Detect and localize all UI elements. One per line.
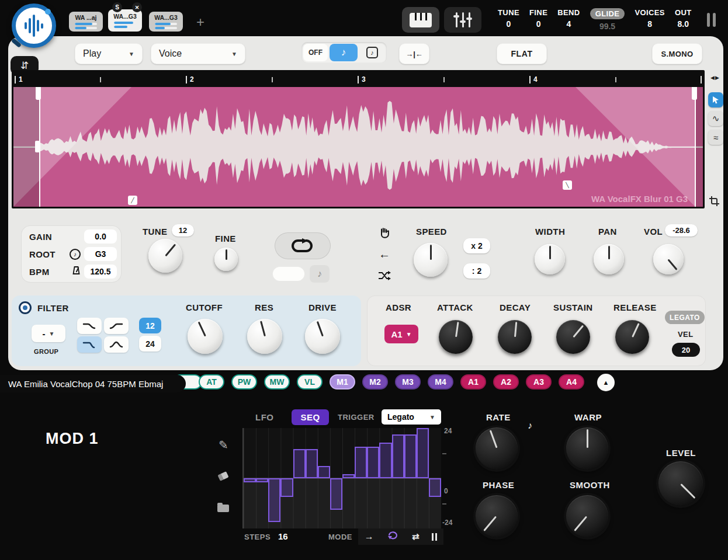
- trim-button[interactable]: →|←: [399, 43, 429, 64]
- sync-note-button-selected[interactable]: ♪: [330, 44, 358, 61]
- decay-knob[interactable]: [498, 320, 532, 354]
- seq-step[interactable]: [268, 478, 280, 522]
- seq-step[interactable]: [293, 449, 306, 478]
- mode-pingpong-button[interactable]: ⇄: [412, 531, 420, 542]
- attack-knob[interactable]: [439, 320, 473, 354]
- release-knob[interactable]: [615, 320, 649, 354]
- mod-pill-m4[interactable]: M4: [428, 374, 453, 389]
- bpm-value[interactable]: 120.5: [84, 265, 117, 279]
- seq-step[interactable]: [404, 434, 417, 478]
- mode-loop-button-selected[interactable]: [386, 531, 399, 542]
- envelope-slot-dropdown[interactable]: A1 ▼: [384, 325, 418, 343]
- seq-tab-selected[interactable]: SEQ: [292, 409, 329, 425]
- filter-type-bandpass[interactable]: [104, 336, 129, 353]
- filter-enable-toggle[interactable]: [19, 301, 32, 314]
- filter-group-dropdown[interactable]: - ▼: [32, 325, 65, 342]
- seq-step[interactable]: [392, 434, 404, 478]
- fade-in-handle[interactable]: ╱: [128, 196, 137, 205]
- sync-off-button[interactable]: OFF: [303, 44, 328, 61]
- loop-mode-button[interactable]: [275, 232, 331, 259]
- wave-edit-tool-button[interactable]: ∿: [708, 111, 723, 126]
- gain-value[interactable]: 0.0: [84, 229, 117, 244]
- tune-knob-value[interactable]: 12: [172, 224, 194, 236]
- level-knob[interactable]: [658, 461, 703, 506]
- mod-pill-mw[interactable]: MW: [264, 374, 290, 389]
- tab-solo-badge[interactable]: S: [112, 2, 122, 12]
- seq-step[interactable]: [318, 466, 330, 479]
- warp-knob[interactable]: [566, 427, 608, 469]
- cutoff-knob[interactable]: [188, 319, 223, 354]
- mod-pill-a2[interactable]: A2: [493, 374, 519, 389]
- tune-knob[interactable]: [148, 239, 182, 273]
- seq-grid[interactable]: [242, 428, 441, 528]
- seq-step[interactable]: [256, 478, 268, 482]
- seq-step[interactable]: [379, 443, 391, 478]
- end-marker-handle[interactable]: [692, 87, 697, 100]
- seq-pencil-tool[interactable]: ✎: [219, 438, 228, 452]
- preset-tab-1[interactable]: WA ...aj: [69, 12, 103, 32]
- tab-close-icon[interactable]: ✕: [132, 2, 142, 12]
- filter-slope-24-button[interactable]: 24: [139, 336, 161, 352]
- seq-step[interactable]: [244, 478, 256, 482]
- lfo-tab[interactable]: LFO: [255, 412, 274, 422]
- seq-step[interactable]: [330, 478, 342, 510]
- out-value[interactable]: 8.0: [678, 19, 689, 29]
- speed-double-button[interactable]: x 2: [463, 238, 490, 253]
- zoom-arrows-icon[interactable]: ◀▶: [710, 75, 720, 81]
- rate-sync-note-icon[interactable]: ♪: [528, 420, 532, 431]
- loop-length-field[interactable]: [272, 266, 305, 281]
- mod-pill-vl[interactable]: VL: [297, 374, 323, 389]
- smooth-knob[interactable]: [566, 495, 608, 537]
- add-tab-button[interactable]: +: [196, 14, 204, 30]
- fine-knob[interactable]: [214, 248, 238, 271]
- mod-pill-at[interactable]: AT: [199, 374, 224, 389]
- fade-out-handle[interactable]: ╲: [563, 180, 572, 190]
- mod-pill-pw[interactable]: PW: [231, 374, 257, 389]
- shuffle-button[interactable]: [377, 271, 391, 283]
- seq-step[interactable]: [306, 449, 318, 478]
- width-knob[interactable]: [535, 244, 565, 274]
- waveform-display[interactable]: ╱ ╲ WA VocalFX Blur 01 G3: [13, 87, 703, 207]
- filter-slope-12-button[interactable]: 12: [139, 318, 161, 333]
- preset-name-bar[interactable]: WA Emilia VocalChop 04 75BPM Ebmaj: [0, 375, 186, 392]
- glide-value[interactable]: 99.5: [599, 22, 615, 31]
- start-marker-grip[interactable]: [35, 141, 40, 152]
- grab-tool-button[interactable]: [379, 227, 390, 241]
- mod-pill-m2[interactable]: M2: [362, 374, 388, 389]
- seq-step[interactable]: [367, 447, 379, 478]
- sustain-knob[interactable]: [556, 320, 590, 354]
- vol-knob[interactable]: [653, 244, 684, 274]
- mod-pill-m1-selected[interactable]: M1: [330, 374, 355, 389]
- seq-eraser-tool[interactable]: [219, 473, 228, 479]
- loop-sync-button[interactable]: ♪: [310, 265, 330, 283]
- speed-half-button[interactable]: : 2: [463, 263, 490, 279]
- flat-button[interactable]: FLAT: [497, 43, 547, 64]
- mode-hold-button[interactable]: [432, 533, 437, 541]
- sync-triplet-button[interactable]: ♪: [359, 44, 385, 61]
- collapse-panel-button[interactable]: ▲: [597, 374, 615, 391]
- seq-preset-folder[interactable]: [217, 505, 229, 512]
- fine-value[interactable]: 0: [536, 19, 541, 29]
- legato-button[interactable]: LEGATO: [665, 311, 705, 324]
- seq-step[interactable]: [355, 447, 367, 478]
- mode-forward-button[interactable]: →: [365, 531, 374, 542]
- select-tool-button[interactable]: [708, 92, 723, 107]
- mixer-view-button[interactable]: [444, 7, 481, 33]
- res-knob[interactable]: [247, 319, 282, 354]
- rate-knob[interactable]: [476, 427, 518, 469]
- glide-pill[interactable]: GLIDE: [590, 8, 625, 19]
- preset-tab-3[interactable]: WA...G3: [149, 12, 183, 32]
- root-value[interactable]: G3: [84, 247, 117, 261]
- wave-warp-tool-button[interactable]: ≈: [708, 130, 723, 145]
- filter-type-lowpass-selected[interactable]: [77, 336, 102, 353]
- vol-knob-value[interactable]: -28.6: [665, 224, 698, 236]
- trigger-dropdown[interactable]: Legato ▼: [382, 409, 441, 425]
- seq-step[interactable]: [342, 474, 355, 478]
- panic-button[interactable]: [707, 13, 716, 27]
- preset-tab-2-selected[interactable]: WA...G3: [108, 9, 142, 32]
- end-marker[interactable]: [695, 87, 696, 207]
- bend-value[interactable]: 4: [567, 19, 571, 29]
- seq-step[interactable]: [417, 428, 429, 478]
- keyboard-view-button[interactable]: [402, 7, 439, 33]
- timeline-ruler[interactable]: 1 2 3 4: [13, 72, 703, 87]
